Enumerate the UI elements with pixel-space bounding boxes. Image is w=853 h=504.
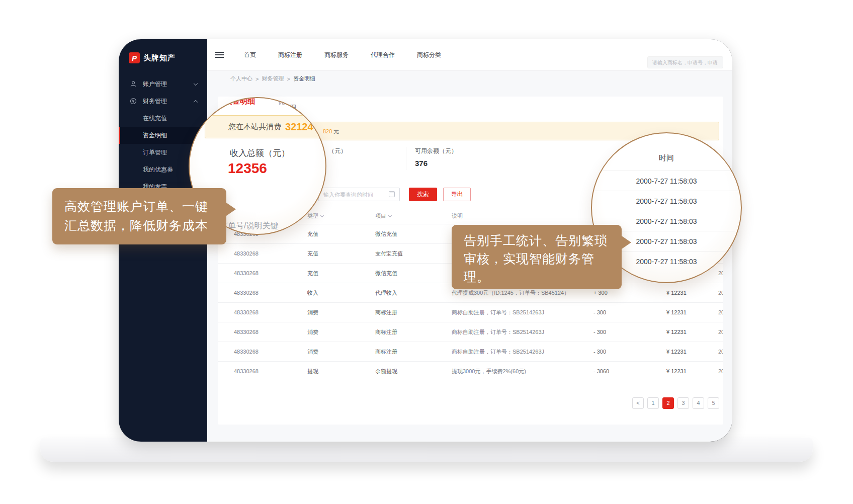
cell-balance: ¥ 12231 xyxy=(660,349,713,355)
breadcrumb-separator: > xyxy=(287,76,290,82)
sidebar-item-account[interactable]: 账户管理 xyxy=(119,75,207,93)
breadcrumb-separator: > xyxy=(255,76,259,82)
cell-time: 2000-7-27 11:58:03 xyxy=(713,309,723,315)
cell-project: 代理收入 xyxy=(375,289,452,297)
top-nav-tabs: 首页 商标注册 商标服务 代理合作 商标分类 xyxy=(244,51,441,59)
date-query-input[interactable] xyxy=(318,188,400,201)
chevron-down-icon xyxy=(194,81,198,86)
breadcrumb: 个人中心 > 财务管理 > 资金明细 xyxy=(207,71,732,87)
cell-project: 商标注册 xyxy=(375,309,452,316)
sidebar-subitem-label: 我的优惠券 xyxy=(143,165,173,174)
cell-amount: - 300 xyxy=(587,309,660,315)
user-icon xyxy=(130,80,137,88)
cell-type: 充值 xyxy=(307,250,375,258)
sort-caret-icon xyxy=(388,213,392,217)
page-button[interactable]: 3 xyxy=(677,397,689,409)
nav-tab[interactable]: 首页 xyxy=(244,51,256,59)
sidebar-subitem-label: 资金明细 xyxy=(143,131,167,140)
table-row[interactable]: 48330268 提现 余额提现 提现3000元，手续费2%(60元) - 30… xyxy=(218,362,723,381)
prev-page-button[interactable]: < xyxy=(632,397,644,409)
cell-type: 消费 xyxy=(307,348,375,356)
chevron-up-icon xyxy=(194,100,198,104)
laptop-mockup: P 头牌知产 账户管理 财务管理 xyxy=(0,0,853,504)
callout-right: 告别手工统计、告别繁琐 审核，实现智能财务管 理。 xyxy=(452,225,622,289)
col-description: 说明 xyxy=(452,212,587,220)
cell-amount: - 300 xyxy=(587,349,660,355)
magnified-income-value: 12356 xyxy=(228,160,267,177)
page-button[interactable]: 1 xyxy=(647,397,659,409)
callout-left: 高效管理账户订单、一键 汇总数据，降低财务成本 xyxy=(52,188,226,244)
cell-time: 2000-7-27 11:58:03 xyxy=(713,349,723,355)
callout-text: 告别手工统计、告别繁琐 xyxy=(464,231,622,249)
nav-tab[interactable]: 商标服务 xyxy=(324,51,349,59)
finance-icon xyxy=(130,98,137,105)
magnified-notice-amount: 32124 xyxy=(285,121,313,133)
callout-text: 高效管理账户订单、一键 xyxy=(64,197,226,216)
cell-type: 消费 xyxy=(307,309,375,316)
export-button[interactable]: 导出 xyxy=(443,188,471,201)
brand-name: 头牌知产 xyxy=(143,53,176,63)
sidebar-item-label: 财务管理 xyxy=(143,97,167,106)
consumption-unit: 元 xyxy=(333,128,339,134)
cell-project: 微信充值 xyxy=(375,230,452,238)
cell-time: 2000-7-27 11:58:03 xyxy=(713,329,723,335)
cell-order-no: 48330268 xyxy=(234,368,307,374)
page-button[interactable]: 5 xyxy=(708,397,719,409)
cell-type: 充值 xyxy=(307,230,375,238)
cell-project: 商标注册 xyxy=(375,348,452,356)
nav-tab[interactable]: 商标注册 xyxy=(278,51,302,59)
cell-description: 商标自助注册，订单号：SB2514263J xyxy=(452,309,587,316)
cell-order-no: 48330268 xyxy=(234,349,307,355)
cell-time: 2000-7-27 11:58:03 xyxy=(713,270,723,276)
cell-project: 支付宝充值 xyxy=(375,250,452,258)
sidebar-item-finance[interactable]: 财务管理 xyxy=(119,93,207,110)
brand-logo-icon: P xyxy=(129,52,140,63)
cell-project: 余额提现 xyxy=(375,368,452,375)
breadcrumb-item[interactable]: 财务管理 xyxy=(262,75,284,82)
menu-icon[interactable] xyxy=(215,50,224,59)
sidebar-subitem[interactable]: 在线充值 xyxy=(119,110,207,127)
sidebar-item-label: 账户管理 xyxy=(143,80,167,89)
search-button[interactable]: 搜索 xyxy=(409,188,437,201)
cell-project: 微信充值 xyxy=(375,270,452,277)
calendar-icon[interactable] xyxy=(389,191,395,197)
table-row[interactable]: 48330268 消费 商标注册 商标自助注册，订单号：SB2514263J -… xyxy=(218,303,723,322)
cell-amount: - 300 xyxy=(587,329,660,335)
cell-amount: + 300 xyxy=(587,290,660,296)
search-input[interactable] xyxy=(647,56,723,68)
magnified-time-row: 2000-7-27 11:58:03 xyxy=(592,171,741,191)
callout-text: 审核，实现智能财务管 xyxy=(464,249,622,268)
magnified-time-row: 2000-7-27 11:58:03 xyxy=(592,191,741,211)
cell-type: 充值 xyxy=(307,270,375,277)
breadcrumb-item-current: 资金明细 xyxy=(293,75,315,82)
cell-balance: ¥ 12231 xyxy=(660,368,713,374)
sidebar-subitem-label: 在线充值 xyxy=(143,114,167,123)
cell-type: 提现 xyxy=(307,368,375,375)
cell-order-no: 48330268 xyxy=(234,309,307,315)
col-type[interactable]: 类型 xyxy=(307,212,375,220)
brand: P 头牌知产 xyxy=(129,52,176,63)
breadcrumb-item[interactable]: 个人中心 xyxy=(230,75,252,82)
nav-tab[interactable]: 代理合作 xyxy=(371,51,395,59)
cell-order-no: 48330268 xyxy=(234,329,307,335)
sort-caret-icon xyxy=(320,213,324,217)
stat3-value: 376 xyxy=(415,159,428,167)
cell-order-no: 48330268 xyxy=(234,270,307,276)
cell-type: 消费 xyxy=(307,328,375,336)
page-button[interactable]: 4 xyxy=(693,397,704,409)
magnified-time-header: 时间 xyxy=(592,153,741,163)
cell-balance: ¥ 12231 xyxy=(660,309,713,315)
cell-time: 2000-7-27 11:58:03 xyxy=(713,368,723,374)
consumption-amount-small: 820 xyxy=(323,128,332,134)
table-row[interactable]: 48330268 消费 商标注册 商标自助注册，订单号：SB2514263J -… xyxy=(218,322,723,342)
callout-text: 理。 xyxy=(464,268,622,286)
stat2-label-fragment: （元） xyxy=(328,147,347,155)
cell-amount: - 3060 xyxy=(587,368,660,374)
table-row[interactable]: 48330268 消费 商标注册 商标自助注册，订单号：SB2514263J -… xyxy=(218,342,723,362)
cell-order-no: 48330268 xyxy=(234,250,307,257)
nav-tab[interactable]: 商标分类 xyxy=(417,51,441,59)
cell-type: 收入 xyxy=(307,289,375,297)
cell-time: 2000-7-27 11:58:03 xyxy=(713,290,723,296)
col-project[interactable]: 项目 xyxy=(375,212,452,220)
page-button[interactable]: 2 xyxy=(662,397,674,409)
